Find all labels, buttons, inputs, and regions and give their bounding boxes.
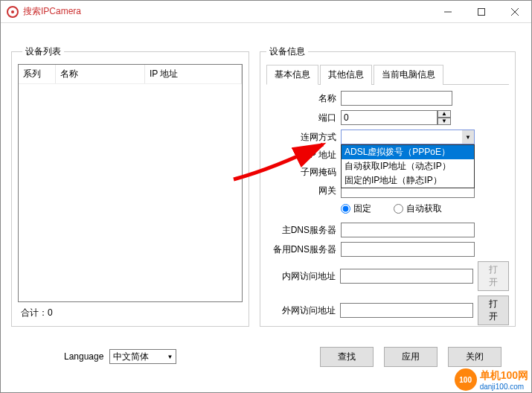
col-name[interactable]: 名称 xyxy=(56,65,145,83)
watermark-brand: 单机100网 xyxy=(480,369,528,383)
maximize-button[interactable] xyxy=(464,1,498,23)
radio-fixed[interactable]: 固定 xyxy=(341,202,371,215)
chevron-down-icon: ▼ xyxy=(462,130,474,144)
watermark-url: danji100.com xyxy=(480,383,528,391)
chevron-down-icon: ▼ xyxy=(167,354,173,360)
device-list-table[interactable]: 系列 名称 IP 地址 xyxy=(18,64,243,302)
name-input[interactable] xyxy=(341,91,452,106)
watermark: 100 单机100网 danji100.com xyxy=(455,368,528,391)
label-ip: IP 地址 xyxy=(266,149,341,162)
label-dns2: 备用DNS服务器 xyxy=(266,243,341,256)
device-list-legend: 设备列表 xyxy=(22,45,64,58)
col-ip[interactable]: IP 地址 xyxy=(145,65,242,83)
dns2-input[interactable] xyxy=(341,242,475,257)
minimize-button[interactable] xyxy=(431,1,464,23)
radio-auto-input[interactable] xyxy=(394,204,403,214)
window-title: 搜索IPCamera xyxy=(23,5,431,18)
label-lan: 内网访问地址 xyxy=(266,270,340,283)
close-window-button[interactable] xyxy=(498,1,531,23)
language-label: Language xyxy=(64,351,103,362)
netmode-dropdown: ADSL虚拟拨号（PPPoE） 自动获取IP地址（动态IP） 固定的IP地址（静… xyxy=(341,144,475,188)
netmode-option-dhcp[interactable]: 自动获取IP地址（动态IP） xyxy=(342,159,474,173)
total-label: 合计：0 xyxy=(18,302,243,324)
app-icon xyxy=(7,6,19,18)
netmode-option-static[interactable]: 固定的IP地址（静态IP） xyxy=(342,173,474,188)
tab-other[interactable]: 其他信息 xyxy=(320,65,372,85)
watermark-logo-icon: 100 xyxy=(455,368,477,391)
radio-fixed-input[interactable] xyxy=(341,204,350,214)
wan-open-button[interactable]: 打开 xyxy=(478,295,509,325)
label-gateway: 网关 xyxy=(266,185,341,197)
netmode-combobox[interactable]: ▼ xyxy=(341,130,475,144)
dns1-input[interactable] xyxy=(341,223,475,237)
label-mask: 子网掩码 xyxy=(266,166,341,179)
label-dns1: 主DNS服务器 xyxy=(266,224,341,237)
port-input[interactable] xyxy=(341,110,438,125)
netmode-option-pppoe[interactable]: ADSL虚拟拨号（PPPoE） xyxy=(342,145,474,159)
lan-open-button[interactable]: 打开 xyxy=(478,261,509,291)
radio-auto[interactable]: 自动获取 xyxy=(394,202,442,215)
label-port: 端口 xyxy=(266,112,341,124)
device-info-group: 设备信息 基本信息 其他信息 当前电脑信息 名称 端口 ▲ ▼ 连网方式 xyxy=(260,45,516,327)
language-select[interactable]: 中文简体 ▼ xyxy=(109,349,176,364)
lan-input[interactable] xyxy=(340,269,473,284)
search-button[interactable]: 查找 xyxy=(320,347,374,367)
port-down-button[interactable]: ▼ xyxy=(438,118,451,125)
label-netmode: 连网方式 xyxy=(266,131,341,144)
language-value: 中文简体 xyxy=(113,351,149,363)
device-list-group: 设备列表 系列 名称 IP 地址 合计：0 xyxy=(11,45,249,327)
tab-basic[interactable]: 基本信息 xyxy=(266,65,318,85)
apply-button[interactable]: 应用 xyxy=(384,347,438,367)
col-series[interactable]: 系列 xyxy=(19,65,56,83)
label-wan: 外网访问地址 xyxy=(266,304,340,317)
svg-rect-1 xyxy=(478,8,484,15)
device-info-legend: 设备信息 xyxy=(266,45,308,58)
tab-pc[interactable]: 当前电脑信息 xyxy=(374,65,443,85)
wan-input[interactable] xyxy=(340,303,473,318)
close-button[interactable]: 关闭 xyxy=(448,347,501,367)
label-name: 名称 xyxy=(266,92,341,105)
port-up-button[interactable]: ▲ xyxy=(438,110,451,118)
